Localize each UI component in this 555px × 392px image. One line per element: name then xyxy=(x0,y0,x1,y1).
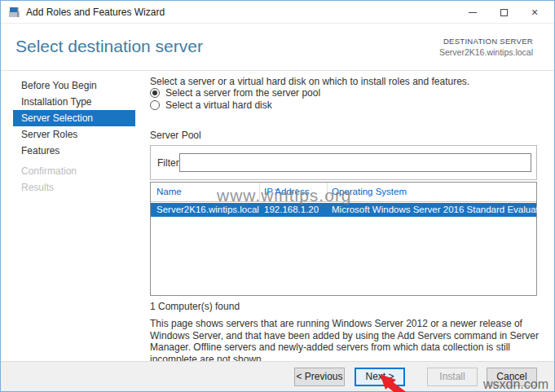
radio-server-pool-label: Select a server from the server pool xyxy=(165,87,320,99)
app-icon xyxy=(8,7,21,18)
radio-unchecked-icon xyxy=(150,100,160,110)
computers-found-count: 1 Computer(s) found xyxy=(150,301,240,312)
radio-select-vhd[interactable]: Select a virtual hard disk xyxy=(150,99,272,111)
filter-groupbox: Filter: xyxy=(150,145,537,180)
destination-server-block: DESTINATION SERVER Server2K16.wintips.lo… xyxy=(439,37,533,57)
titlebar: Add Roles and Features Wizard × xyxy=(1,1,554,24)
sidebar-item-installation-type[interactable]: Installation Type xyxy=(13,94,135,110)
cell-ip-address: 192.168.1.20 xyxy=(264,205,319,214)
intro-text: Select a server or a virtual hard disk o… xyxy=(150,76,533,87)
maximize-button[interactable] xyxy=(488,1,519,24)
page-title: Select destination server xyxy=(15,37,203,56)
cell-server-name: Server2K16.wintips.local xyxy=(156,205,259,214)
radio-vhd-label: Select a virtual hard disk xyxy=(165,99,272,111)
minimize-button[interactable] xyxy=(457,1,488,24)
previous-button[interactable]: < Previous xyxy=(294,368,345,386)
destination-server-value: Server2K16.wintips.local xyxy=(439,47,533,57)
footer-button-bar: < Previous Next > Install Cancel xyxy=(1,361,554,391)
close-icon: × xyxy=(531,7,538,18)
watermark-wsxdn: wsxdn.com xyxy=(483,377,548,392)
column-header-name[interactable]: Name xyxy=(156,187,182,196)
sidebar-item-server-selection[interactable]: Server Selection xyxy=(13,110,135,126)
server-pool-title: Server Pool xyxy=(150,130,201,141)
filter-input[interactable] xyxy=(179,153,531,172)
wizard-window: Add Roles and Features Wizard × Select d… xyxy=(0,0,555,392)
radio-select-server-pool[interactable]: Select a server from the server pool xyxy=(150,87,320,99)
close-button[interactable]: × xyxy=(519,1,550,24)
destination-server-label: DESTINATION SERVER xyxy=(439,37,533,46)
watermark-wintips: www.wintips.org xyxy=(217,186,352,205)
sidebar-item-results: Results xyxy=(13,179,135,196)
filter-label: Filter: xyxy=(157,157,182,169)
window-title: Add Roles and Features Wizard xyxy=(26,7,165,18)
page-description: This page shows servers that are running… xyxy=(150,318,539,365)
cursor-arrow-icon xyxy=(375,373,417,392)
radio-checked-icon xyxy=(150,88,160,98)
minimize-icon xyxy=(469,12,477,13)
sidebar-item-confirmation: Confirmation xyxy=(13,163,135,179)
sidebar-item-features[interactable]: Features xyxy=(13,143,135,159)
cell-operating-system: Microsoft Windows Server 2016 Standard E… xyxy=(332,205,551,214)
wizard-header: Select destination server DESTINATION SE… xyxy=(1,24,554,71)
sidebar-item-server-roles[interactable]: Server Roles xyxy=(13,126,135,143)
sidebar-item-before-you-begin[interactable]: Before You Begin xyxy=(13,77,135,94)
maximize-icon xyxy=(500,9,508,16)
install-button: Install xyxy=(427,368,478,386)
window-controls: × xyxy=(457,1,550,24)
wizard-steps-sidebar: Before You Begin Installation Type Serve… xyxy=(13,77,135,196)
